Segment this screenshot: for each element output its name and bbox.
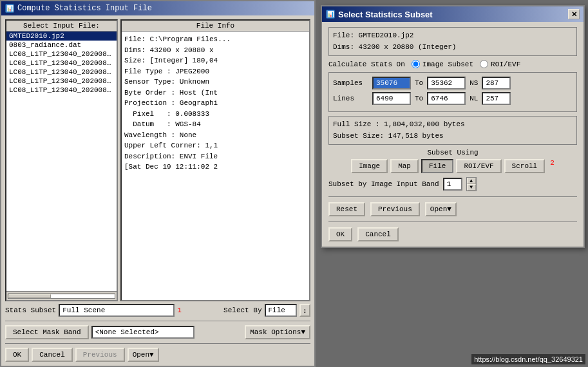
radio-roi-evf[interactable]: ROI/EVF — [480, 60, 520, 68]
dialog-divider2 — [328, 221, 577, 222]
dialog-ok-button[interactable]: OK — [328, 227, 352, 241]
band-input[interactable]: 1 — [443, 178, 462, 191]
size-box: Full Size : 1,804,032,000 bytes Subset S… — [328, 116, 577, 145]
lines-row: Lines 6490 To 6746 NL 257 — [333, 92, 573, 105]
left-panel: Select Input File: GMTED2010.jp2 0803_ra… — [5, 19, 118, 301]
samples-to-label: To — [415, 79, 423, 87]
list-item[interactable]: LC08_L1TP_123040_20200803_20200807_01_T1 — [6, 77, 117, 86]
lines-label: Lines — [333, 95, 368, 102]
file-info-text: File: C:\Program Files... Dims: 43200 x … — [122, 32, 309, 175]
file-list[interactable]: GMTED2010.jp2 0803_radiance.dat LC08_L1T… — [6, 32, 117, 291]
close-button[interactable]: ✕ — [568, 9, 580, 19]
stats-subset-label: Stats Subset — [5, 306, 56, 314]
dialog-window: 📊 Select Statistics Subset ✕ File: GMTED… — [321, 5, 585, 248]
divider2 — [5, 343, 310, 344]
radio-image-input[interactable] — [412, 60, 420, 68]
dialog-icon: 📊 — [326, 10, 335, 19]
samples-to-input[interactable]: 35362 — [427, 77, 466, 89]
samples-label: Samples — [333, 79, 368, 87]
right-panel: File Info File: C:\Program Files... Dims… — [120, 19, 310, 301]
dialog-previous-button[interactable]: Previous — [370, 202, 420, 216]
action-row: OK Cancel Previous Open▼ — [5, 348, 310, 362]
main-window-content: Select Input File: GMTED2010.jp2 0803_ra… — [1, 15, 314, 366]
subset-size-label: Subset Size: 147,518 bytes — [333, 131, 573, 142]
stats-subset-field: Full Scene — [59, 304, 175, 317]
select-by-label: Select By — [223, 306, 261, 314]
dialog-content: File: GMTED2010.jp2 Dims: 43200 x 20880 … — [322, 22, 583, 247]
band-spinner: ▲ ▼ — [466, 177, 477, 191]
watermark: https://blog.csdn.net/qq_32649321 — [471, 354, 585, 364]
previous-button[interactable]: Previous — [75, 348, 125, 362]
nl-label: NL — [469, 95, 478, 102]
main-window: 📊 Compute Statistics Input File Select I… — [0, 0, 316, 367]
image-button[interactable]: Image — [351, 159, 388, 173]
left-panel-label: Select Input File: — [6, 21, 117, 32]
full-size-label: Full Size : 1,804,032,000 bytes — [333, 119, 573, 131]
lines-to-input[interactable]: 6746 — [427, 92, 466, 105]
dialog-file-info: File: GMTED2010.jp2 Dims: 43200 x 20880 … — [328, 27, 577, 56]
band-row: Subset by Image Input Band 1 ▲ ▼ — [328, 177, 577, 191]
lines-to-label: To — [415, 95, 423, 102]
two-panel: Select Input File: GMTED2010.jp2 0803_ra… — [5, 19, 310, 301]
radio-roi-input[interactable] — [480, 60, 488, 68]
dialog-file-line: File: GMTED2010.jp2 — [333, 30, 573, 42]
list-item[interactable]: LC08_L1TP_123040_20200803_20200807_01_T1 — [6, 68, 117, 77]
roi-evf-button[interactable]: ROI/EVF — [456, 159, 501, 173]
spinner-down[interactable]: ▼ — [467, 184, 476, 191]
main-titlebar: 📊 Compute Statistics Input File — [1, 1, 314, 15]
divider — [5, 321, 310, 321]
samples-from-input[interactable]: 35076 — [372, 77, 411, 89]
open-dropdown-button[interactable]: Open▼ — [128, 348, 159, 362]
select-by-field: File — [265, 304, 297, 317]
main-window-icon: 📊 — [5, 4, 14, 13]
nl-input[interactable]: 257 — [482, 92, 511, 105]
radio-roi-label: ROI/EVF — [491, 61, 520, 68]
ok-button[interactable]: OK — [5, 348, 29, 362]
ns-input[interactable]: 287 — [482, 77, 511, 89]
band-label: Subset by Image Input Band — [328, 180, 439, 188]
scroll-button[interactable]: Scroll — [504, 159, 545, 173]
annotation-1: 1 — [177, 306, 182, 314]
list-item[interactable]: LC08_L1TP_123040_20200803_20200807_01_T1 — [6, 86, 117, 95]
file-button[interactable]: File — [421, 159, 453, 173]
stats-subset-row: Stats Subset Full Scene 1 Select By File… — [5, 304, 310, 317]
coords-section: Samples 35076 To 35362 NS 287 Lines 6490… — [328, 72, 577, 112]
dialog-divider — [328, 196, 577, 197]
list-item[interactable]: GMTED2010.jp2 — [6, 32, 117, 41]
list-item[interactable]: LC08_L1TP_123040_20200803_20200807_01_T1 — [6, 59, 117, 68]
subset-using-label: Subset Using — [427, 149, 478, 156]
bottom-controls: Stats Subset Full Scene 1 Select By File… — [5, 304, 310, 362]
subset-using-section: Subset Using Image Map File ROI/EVF Scro… — [328, 149, 577, 173]
reset-button[interactable]: Reset — [328, 202, 365, 216]
samples-row: Samples 35076 To 35362 NS 287 — [333, 77, 573, 89]
dialog-action-row-bottom: OK Cancel — [328, 227, 577, 241]
mask-band-field: <None Selected> — [91, 326, 194, 339]
subset-buttons-row: Image Map File ROI/EVF Scroll 2 — [351, 159, 555, 173]
mask-row: Select Mask Band <None Selected> Mask Op… — [5, 325, 310, 339]
dialog-title: Select Statistics Subset — [338, 10, 433, 19]
dialog-action-row-top: Reset Previous Open▼ — [328, 202, 577, 216]
ns-label: NS — [469, 79, 478, 87]
spinner-up[interactable]: ▲ — [467, 178, 476, 184]
sort-button[interactable]: ↕ — [299, 304, 311, 317]
map-button[interactable]: Map — [390, 159, 419, 173]
lines-from-input[interactable]: 6490 — [372, 92, 411, 105]
mask-options-button[interactable]: Mask Options▼ — [245, 325, 310, 339]
select-mask-band-button[interactable]: Select Mask Band — [5, 325, 89, 339]
cancel-button[interactable]: Cancel — [32, 348, 73, 362]
radio-image-subset[interactable]: Image Subset — [412, 60, 473, 68]
dialog-cancel-button[interactable]: Cancel — [357, 227, 399, 241]
calculate-row: Calculate Stats On Image Subset ROI/EVF — [328, 60, 577, 68]
right-panel-label: File Info — [122, 21, 309, 32]
calculate-label: Calculate Stats On — [328, 61, 405, 68]
dialog-titlebar: 📊 Select Statistics Subset ✕ — [322, 6, 583, 22]
main-window-title: Compute Statistics Input File — [17, 4, 152, 13]
dialog-open-button[interactable]: Open▼ — [425, 202, 457, 216]
radio-image-label: Image Subset — [422, 61, 473, 68]
annotation-2: 2 — [550, 159, 555, 173]
list-item[interactable]: LC08_L1TP_123040_20200803_20200807_01_T1 — [6, 50, 117, 59]
dialog-dims-line: Dims: 43200 x 20880 (Integer) — [333, 42, 573, 53]
list-item[interactable]: 0803_radiance.dat — [6, 41, 117, 50]
